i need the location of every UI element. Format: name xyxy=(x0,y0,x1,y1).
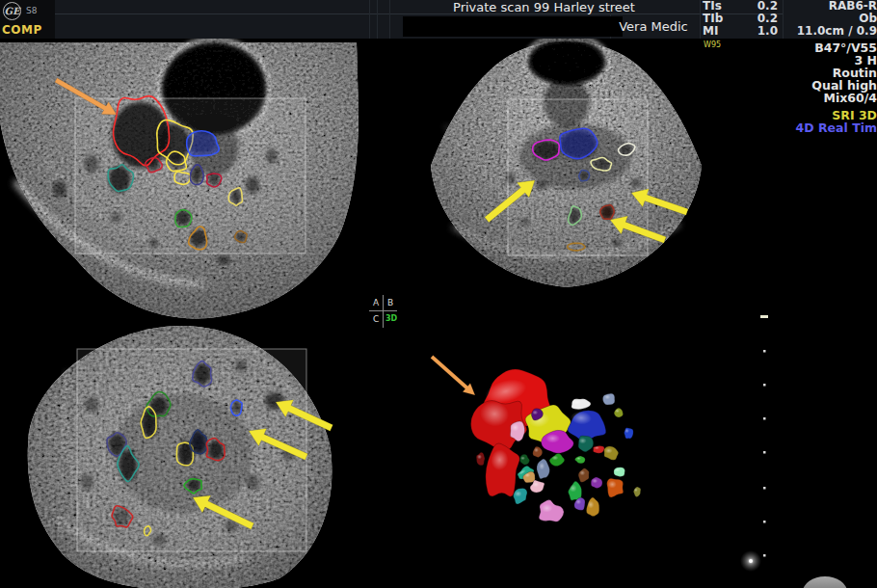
blob-highlight xyxy=(579,438,587,443)
hypoechoic-region xyxy=(53,180,66,198)
blob-highlight xyxy=(477,455,482,460)
ruler-dash xyxy=(760,315,768,318)
ruler-tick xyxy=(763,554,766,557)
exam-title: Private scan 99 Harley street xyxy=(389,0,699,14)
follicle-3d-blob xyxy=(633,487,641,496)
blob-highlight xyxy=(604,395,610,400)
blob-highlight xyxy=(551,456,558,461)
blob-highlight xyxy=(615,409,620,413)
bottom-knob xyxy=(803,576,847,588)
blob-highlight xyxy=(512,424,519,432)
panel-3d-render[interactable] xyxy=(431,356,641,522)
system-label: S8 xyxy=(26,6,37,15)
panel-c-ultrasound[interactable] xyxy=(28,326,333,588)
orientation-cross xyxy=(383,295,384,328)
comp-label: COMP xyxy=(2,23,42,37)
blob-highlight xyxy=(579,470,585,476)
blob-highlight xyxy=(576,457,581,460)
blob-highlight xyxy=(539,463,545,470)
panel-b-ultrasound[interactable] xyxy=(431,36,702,287)
quadrant-label-b: B xyxy=(387,298,393,307)
blob-highlight xyxy=(608,481,617,489)
annotation-arrow xyxy=(431,356,475,396)
header-bar: GE S8 COMP Private scan 99 Harley street… xyxy=(0,0,877,39)
depth-ruler xyxy=(760,315,768,557)
setting-line: Mix60/4 xyxy=(796,92,877,104)
blob-highlight xyxy=(524,473,530,478)
blob-highlight xyxy=(634,488,638,492)
blob-highlight xyxy=(520,456,525,460)
exposure-indices: TIs0.2 TIb0.2 MI1.0 xyxy=(703,0,778,38)
quad-view-canvas xyxy=(0,0,877,588)
patient-name-redacted xyxy=(403,16,623,37)
follicle-3d-blob xyxy=(613,467,625,478)
header-divider xyxy=(377,0,378,39)
blob-highlight xyxy=(570,485,577,493)
blob-highlight xyxy=(532,411,538,415)
orientation-cross xyxy=(369,310,397,311)
blob-highlight xyxy=(545,434,560,443)
blob-highlight xyxy=(592,479,598,484)
blob-highlight xyxy=(541,504,552,513)
settings-column: B47°/V55 3 H Routin Qual high Mix60/4 SR… xyxy=(796,41,877,134)
quadrant-label-c: C xyxy=(373,314,379,324)
ultrasound-screen: GE S8 COMP Private scan 99 Harley street… xyxy=(0,0,877,588)
blob-highlight xyxy=(532,482,539,488)
blob-highlight xyxy=(534,448,539,453)
hypoechoic-region xyxy=(217,255,230,265)
ruler-tick xyxy=(763,417,766,420)
ruler-tick xyxy=(763,521,766,523)
blob-highlight xyxy=(575,499,581,505)
quadrant-label-a: A xyxy=(373,298,379,307)
blob-highlight xyxy=(625,429,629,434)
ruler-tick xyxy=(763,384,766,387)
probe-info: RAB6-R Ob 11.0cm / 0.9 xyxy=(771,0,877,38)
follicle-3d-blob xyxy=(549,453,565,466)
blob-highlight xyxy=(605,448,613,454)
pointer-glow xyxy=(740,550,761,572)
ruler-tick xyxy=(763,487,766,490)
depth-frequency: 11.0cm / 0.9 xyxy=(771,25,877,38)
logo-area: GE S8 COMP xyxy=(0,0,55,39)
ruler-tick xyxy=(763,451,766,454)
ge-logo-icon: GE xyxy=(3,2,21,20)
follicle-outline xyxy=(600,205,615,220)
roi-box[interactable] xyxy=(508,99,648,255)
blob-highlight xyxy=(515,491,522,496)
quadrant-label-3d: 3D xyxy=(385,314,397,323)
follicle-3d-blob xyxy=(607,478,624,497)
header-divider xyxy=(700,0,701,39)
watermark-label: W95 xyxy=(704,40,721,49)
clinic-name: Vera Medic xyxy=(610,16,697,37)
panel-a-ultrasound[interactable] xyxy=(0,40,359,318)
orientation-marker: A B C 3D xyxy=(369,295,397,328)
blob-highlight xyxy=(594,446,599,449)
follicle-3d-blob xyxy=(591,477,602,488)
render-mode-label: 4D Real Tim xyxy=(796,121,877,134)
ti-row: MI1.0 xyxy=(703,25,778,38)
follicle-3d-blob xyxy=(604,446,619,460)
blob-highlight xyxy=(587,501,594,509)
ruler-tick xyxy=(763,350,766,353)
header-divider xyxy=(369,0,370,39)
